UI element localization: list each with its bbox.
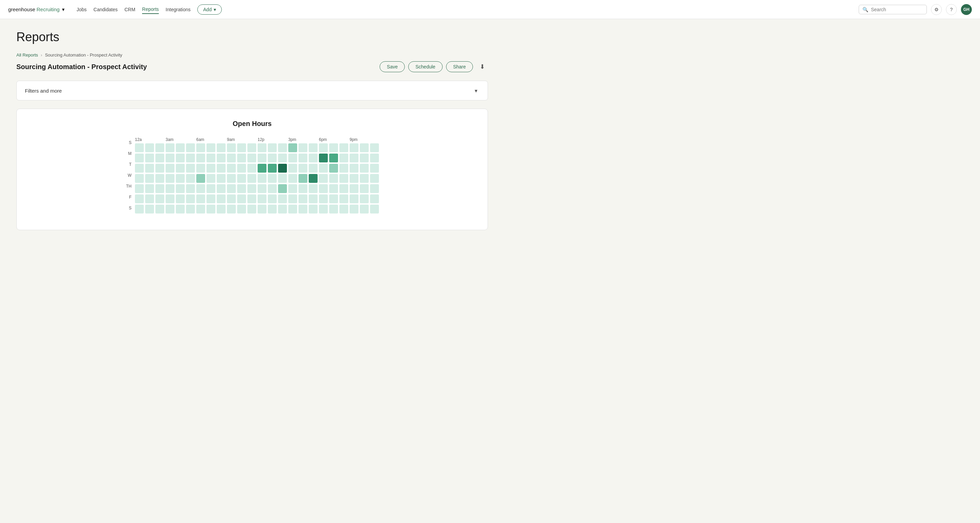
col-label [176, 137, 186, 142]
heatmap-cell [155, 174, 164, 183]
page-content: Reports All Reports › Sourcing Automatio… [0, 19, 504, 241]
row-label: W [124, 170, 132, 181]
heatmap-cell [350, 164, 358, 173]
heatmap-row [135, 154, 380, 162]
heatmap-wrapper: SMTWTHFS 12a3am6am9am12p3pm6pm9pm [124, 137, 380, 214]
add-chevron-icon: ▾ [214, 7, 216, 12]
heatmap-cell [350, 143, 358, 152]
nav-jobs[interactable]: Jobs [77, 5, 87, 14]
heatmap-cell [268, 154, 277, 162]
heatmap-cell [247, 143, 256, 152]
filters-bar[interactable]: Filters and more ▾ [16, 81, 488, 100]
heatmap-cell [370, 195, 379, 203]
heatmap-cell [288, 195, 297, 203]
nav-reports[interactable]: Reports [142, 5, 159, 14]
heatmap-cell [217, 164, 226, 173]
nav-candidates[interactable]: Candidates [93, 5, 118, 14]
heatmap-cell [176, 143, 185, 152]
heatmap-row [135, 184, 380, 193]
heatmap-row [135, 195, 380, 203]
heatmap-cell [329, 143, 338, 152]
heatmap-cell [329, 164, 338, 173]
heatmap-cell [339, 204, 348, 214]
row-label: S [124, 138, 132, 148]
search-box[interactable]: 🔍 [859, 5, 927, 14]
download-button[interactable]: ⬇ [476, 61, 488, 73]
heatmap-cell [155, 184, 164, 193]
heatmap-cell [176, 154, 185, 162]
heatmap-cell [237, 143, 246, 152]
row-label: F [124, 192, 132, 202]
col-label [247, 137, 258, 142]
nav-links: Jobs Candidates CRM Reports Integrations… [77, 5, 851, 15]
heatmap-cell [196, 143, 205, 152]
settings-button[interactable]: ⚙ [931, 4, 942, 15]
heatmap-cell [165, 154, 175, 162]
nav-crm[interactable]: CRM [124, 5, 135, 14]
heatmap-cell [350, 154, 358, 162]
heatmap-cell [278, 164, 287, 173]
heatmap-cell [278, 204, 287, 214]
heatmap-row [135, 204, 380, 214]
avatar-button[interactable]: GH [961, 4, 972, 15]
heatmap-cell [370, 184, 379, 193]
help-icon: ? [950, 7, 953, 12]
heatmap-cell [135, 204, 144, 214]
heatmap-cell [360, 195, 369, 203]
heatmap-cell [299, 195, 307, 203]
col-label: 9pm [350, 137, 360, 142]
col-label [155, 137, 165, 142]
heatmap-cell [299, 164, 307, 173]
heatmap-cell [339, 143, 348, 152]
heatmap-cell [247, 164, 256, 173]
col-label: 3am [165, 137, 176, 142]
breadcrumb-all-reports[interactable]: All Reports [16, 52, 38, 57]
add-button[interactable]: Add ▾ [197, 5, 222, 15]
chart-card: Open Hours SMTWTHFS 12a3am6am9am12p3pm6p… [16, 109, 488, 230]
heatmap-cell [258, 154, 266, 162]
heatmap-cell [165, 164, 175, 173]
heatmap-cell [350, 184, 358, 193]
heatmap-row [135, 164, 380, 173]
navbar: greenhouse Recruiting ▾ Jobs Candidates … [0, 0, 980, 19]
heatmap-cell [217, 195, 226, 203]
col-label: 6pm [319, 137, 329, 142]
logo[interactable]: greenhouse Recruiting ▾ [8, 6, 66, 12]
heatmap-cell [360, 143, 369, 152]
heatmap-cell [217, 143, 226, 152]
heatmap-cell [288, 164, 297, 173]
heatmap-cell [145, 184, 154, 193]
heatmap-cell [176, 174, 185, 183]
heatmap-cell [278, 174, 287, 183]
heatmap-row [135, 174, 380, 183]
search-input[interactable] [871, 7, 923, 12]
heatmap-cell [329, 204, 338, 214]
heatmap-cell [145, 154, 154, 162]
heatmap-cell [227, 184, 236, 193]
logo-text: greenhouse [8, 6, 35, 12]
heatmap-cell [370, 154, 379, 162]
heatmap-cell [329, 174, 338, 183]
row-label: M [124, 149, 132, 158]
schedule-button[interactable]: Schedule [408, 61, 442, 72]
heatmap-cell [186, 184, 195, 193]
heatmap-cell [155, 164, 164, 173]
nav-integrations[interactable]: Integrations [165, 5, 191, 14]
heatmap-cell [309, 164, 318, 173]
heatmap-cell [258, 184, 266, 193]
heatmap-cell [360, 174, 369, 183]
help-button[interactable]: ? [946, 4, 957, 15]
heatmap-cell [329, 184, 338, 193]
heatmap-col-labels: 12a3am6am9am12p3pm6pm9pm [135, 137, 380, 142]
heatmap-cell [309, 204, 318, 214]
col-label [329, 137, 339, 142]
share-button[interactable]: Share [446, 61, 473, 72]
heatmap-cell [319, 154, 328, 162]
heatmap-cell [299, 184, 307, 193]
save-button[interactable]: Save [380, 61, 405, 72]
heatmap-cell [258, 204, 266, 214]
heatmap-cell [227, 204, 236, 214]
heatmap-grid-wrapper: 12a3am6am9am12p3pm6pm9pm [135, 137, 380, 214]
row-label: T [124, 159, 132, 170]
report-title: Sourcing Automation - Prospect Activity [16, 63, 147, 71]
